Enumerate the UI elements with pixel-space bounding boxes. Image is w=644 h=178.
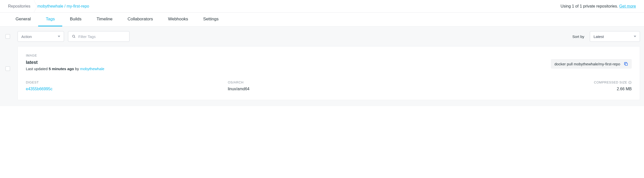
- breadcrumb-owner: mobythewhale: [37, 4, 63, 8]
- toolbar: Action Sort by Latest: [4, 31, 640, 42]
- breadcrumb-root[interactable]: Repositories: [8, 0, 35, 12]
- chevron-down-icon: [58, 36, 60, 37]
- osarch-column: OS/ARCH linux/amd64: [228, 80, 430, 91]
- breadcrumb-bar: Repositories mobythewhale / my-first-rep…: [0, 0, 644, 13]
- action-dropdown[interactable]: Action: [18, 31, 64, 42]
- breadcrumb-repo-name: my-first-repo: [67, 4, 89, 8]
- breadcrumb: Repositories mobythewhale / my-first-rep…: [8, 0, 94, 12]
- breadcrumb-repo[interactable]: mobythewhale / my-first-repo: [35, 0, 94, 12]
- svg-line-1: [74, 37, 75, 38]
- digest-label: DIGEST: [26, 80, 228, 84]
- pull-command-text: docker pull mobythewhale/my-first-repo: [554, 62, 620, 66]
- tab-collaborators[interactable]: Collaborators: [120, 13, 160, 26]
- tab-timeline[interactable]: Timeline: [89, 13, 120, 26]
- image-header-label: IMAGE: [26, 54, 104, 57]
- filter-tags-field[interactable]: [68, 31, 130, 42]
- osarch-value: linux/amd64: [228, 87, 430, 91]
- sort-by-label: Sort by: [572, 34, 584, 39]
- pull-command-box: docker pull mobythewhale/my-first-repo: [551, 59, 632, 69]
- tab-webhooks[interactable]: Webhooks: [160, 13, 196, 26]
- tab-settings[interactable]: Settings: [196, 13, 226, 26]
- filter-tags-input[interactable]: [78, 34, 126, 39]
- copy-icon[interactable]: [624, 62, 628, 66]
- size-value: 2.66 MB: [430, 87, 632, 91]
- image-info: IMAGE latest Last updated 5 minutes ago …: [26, 54, 104, 71]
- image-meta: Last updated 5 minutes ago by mobythewha…: [26, 67, 104, 71]
- tag-card: IMAGE latest Last updated 5 minutes ago …: [18, 46, 640, 100]
- svg-point-0: [73, 35, 75, 37]
- sort-dropdown[interactable]: Latest: [590, 31, 640, 42]
- tag-row: IMAGE latest Last updated 5 minutes ago …: [4, 46, 640, 100]
- digest-column: DIGEST e4355b66995c: [26, 80, 228, 91]
- search-icon: [72, 34, 76, 38]
- osarch-label: OS/ARCH: [228, 80, 430, 84]
- size-column: COMPRESSED SIZE 2.66 MB: [430, 80, 632, 91]
- get-more-link[interactable]: Get more: [619, 4, 636, 8]
- svg-rect-2: [625, 63, 627, 65]
- select-all-checkbox[interactable]: [6, 34, 10, 39]
- image-name: latest: [26, 60, 104, 65]
- svg-point-5: [630, 82, 630, 82]
- tab-tags[interactable]: Tags: [38, 13, 62, 26]
- updated-time: 5 minutes ago: [49, 67, 74, 71]
- select-tag-checkbox[interactable]: [6, 66, 10, 71]
- size-label: COMPRESSED SIZE: [430, 80, 632, 84]
- tabs: General Tags Builds Timeline Collaborato…: [0, 13, 644, 27]
- repo-usage: Using 1 of 1 private repositories. Get m…: [560, 4, 636, 9]
- tab-builds[interactable]: Builds: [62, 13, 89, 26]
- digest-value[interactable]: e4355b66995c: [26, 87, 228, 91]
- chevron-down-icon: [634, 36, 636, 37]
- info-icon[interactable]: [628, 81, 632, 84]
- content-area: Action Sort by Latest IMAGE latest L: [0, 27, 644, 106]
- tab-general[interactable]: General: [8, 13, 38, 26]
- author-link[interactable]: mobythewhale: [80, 67, 104, 71]
